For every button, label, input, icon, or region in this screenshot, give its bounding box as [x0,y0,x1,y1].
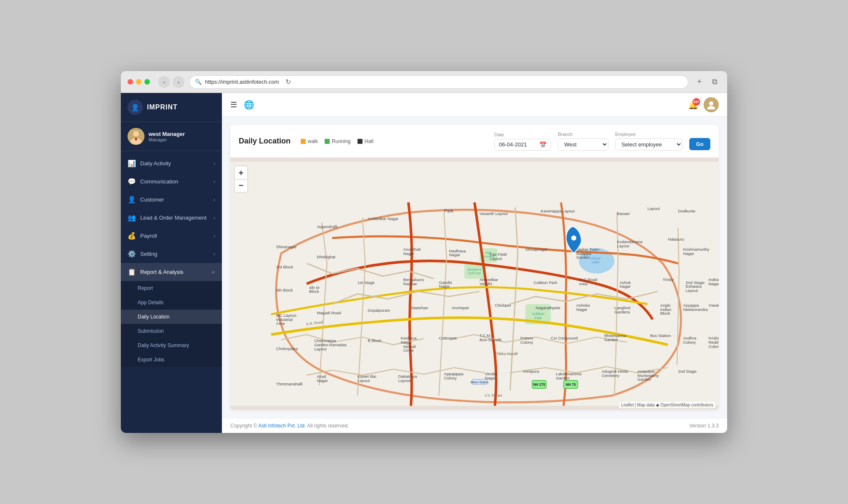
calendar-icon: 📅 [539,141,547,148]
sub-item-submission[interactable]: Submission [121,324,222,338]
maximize-button[interactable] [144,79,150,85]
date-input-wrap: 📅 [494,139,551,151]
svg-text:5th Block: 5th Block [276,288,293,292]
svg-text:Halasuru: Halasuru [668,237,684,241]
sidebar-item-setting[interactable]: ⚙️ Setting › [121,245,222,263]
svg-text:Magadi Road: Magadi Road [317,310,341,315]
forward-button[interactable]: › [173,76,184,88]
svg-text:Layout: Layout [314,347,326,351]
sub-item-report[interactable]: Report [121,281,222,295]
map-legend: walk Running Halt [301,138,373,144]
svg-text:Nagar: Nagar [709,281,719,286]
svg-text:Csi Compound: Csi Compound [551,336,578,340]
nav-label-customer: Customer [140,196,209,203]
new-tab-button[interactable]: + [693,76,705,88]
sidebar-title: IMPRINT [147,103,178,111]
svg-text:2nd Stage: 2nd Stage [678,369,696,374]
svg-text:Staeshan: Staeshan [411,305,428,310]
hamburger-button[interactable]: ☰ [230,100,237,109]
employee-label: Employee [615,132,683,137]
svg-text:Gardens: Gardens [614,310,630,314]
map-svg: Ulsoor Lake Cubbon Park Bangalore Golf C… [230,158,719,410]
svg-text:Shivajinagar: Shivajinagar [525,247,548,252]
back-button[interactable]: ‹ [158,76,170,88]
svg-text:+: + [239,169,243,178]
date-control: Date 📅 [494,132,551,151]
payroll-icon: 💰 [128,232,136,240]
notification-button[interactable]: 🔔 33+ [688,100,699,110]
location-header: Daily Location walk Running [230,125,719,158]
footer-copyright: Copyright © Asti Infotech Pvt. Ltd. All … [230,423,349,429]
setting-icon: ⚙️ [128,250,136,258]
nav-label-communication: Communication [140,178,209,185]
url-text: https://imprint.astiinfotech.com [205,79,279,85]
globe-button[interactable]: 🌐 [242,98,256,111]
close-button[interactable] [128,79,133,85]
svg-point-6 [707,106,715,109]
svg-text:Bazaar: Bazaar [617,211,630,216]
svg-text:Anchepet: Anchepet [452,305,469,310]
lead-order-icon: 👥 [128,214,136,222]
running-dot [325,139,330,144]
svg-text:Cottonpet: Cottonpet [439,336,456,340]
minimize-button[interactable] [136,79,141,85]
reload-button[interactable]: ↻ [283,76,294,88]
company-link[interactable]: Asti Infotech Pvt. Ltd. [258,423,306,429]
svg-text:Kaveriappa Layout: Kaveriappa Layout [541,209,575,213]
svg-text:Nagar: Nagar [576,307,588,312]
svg-text:Nagar: Nagar [683,251,694,256]
sub-item-daily-activity-summary[interactable]: Daily Activity Summary [121,338,222,353]
nav-label-report-analysis: Report & Analysis [140,269,207,275]
user-section: west Manager Manager [121,122,222,151]
daily-activity-icon: 📊 [128,159,136,167]
legend-running: Running [325,138,351,144]
svg-text:Annipura: Annipura [523,369,539,374]
svg-text:Thimmanahalli: Thimmanahalli [276,382,303,386]
svg-text:Area: Area [276,321,285,326]
running-label: Running [332,138,351,144]
communication-icon: 💬 [128,178,136,186]
sidebar-logo: 👤 [128,100,143,115]
main-content: ☰ 🌐 🔔 33+ [222,93,727,433]
sub-item-app-details[interactable]: App Details [121,295,222,310]
branch-select[interactable]: West East North South [558,138,608,151]
sidebar-item-customer[interactable]: 👤 Customer › [121,191,222,209]
nav-label-lead-order: Lead & Order Management [140,215,209,221]
sub-item-export-jobs[interactable]: Export Jobs [121,353,222,367]
notification-badge: 33+ [693,98,700,106]
sidebar-item-report-analysis[interactable]: 📋 Report & Analysis ∨ [121,263,222,281]
employee-select[interactable]: Select employee [615,138,683,151]
sidebar-item-daily-activity[interactable]: 📊 Daily Activity › [121,154,222,172]
svg-text:Dhobighat: Dhobighat [317,255,335,259]
customer-icon: 👤 [128,196,136,204]
svg-text:Block: Block [309,289,319,294]
page-footer: Copyright © Asti Infotech Pvt. Ltd. All … [222,418,727,433]
svg-point-135 [571,236,576,241]
user-role: Manager [149,137,185,142]
svg-text:Vseekhar: Vseekhar [709,303,719,308]
sub-item-daily-location[interactable]: Daily Location [121,310,222,324]
go-button[interactable]: Go [689,138,710,150]
sub-label-submission: Submission [138,328,164,334]
sidebar-item-payroll[interactable]: 💰 Payroll › [121,227,222,245]
chevron-icon-report: ∨ [211,270,216,274]
address-bar[interactable]: 🔍 https://imprint.astiinfotech.com ↻ [189,75,688,89]
sidebar-item-communication[interactable]: 💬 Communication › [121,172,222,191]
sub-label-app-details: App Details [138,300,163,305]
logo-icon: 👤 [131,103,139,111]
tab-overview-button[interactable]: ⧉ [709,76,720,88]
svg-text:Metro Station: Metro Station [471,380,489,384]
employee-control: Employee Select employee [615,132,683,151]
halt-dot [357,139,363,144]
sidebar-item-lead-order[interactable]: 👥 Lead & Order Management › [121,209,222,227]
date-label: Date [494,132,551,137]
sub-label-report: Report [138,285,153,291]
svg-text:Vasanth Layout: Vasanth Layout [480,211,508,216]
legend-halt: Halt [357,138,373,144]
date-input[interactable] [499,141,536,148]
traffic-lights [128,79,150,85]
chevron-icon-lead-order: › [213,215,215,221]
report-sub-menu: Report App Details Daily Location Submis… [121,281,222,367]
user-profile-button[interactable] [704,97,719,112]
svg-text:3rd Block: 3rd Block [276,265,293,269]
